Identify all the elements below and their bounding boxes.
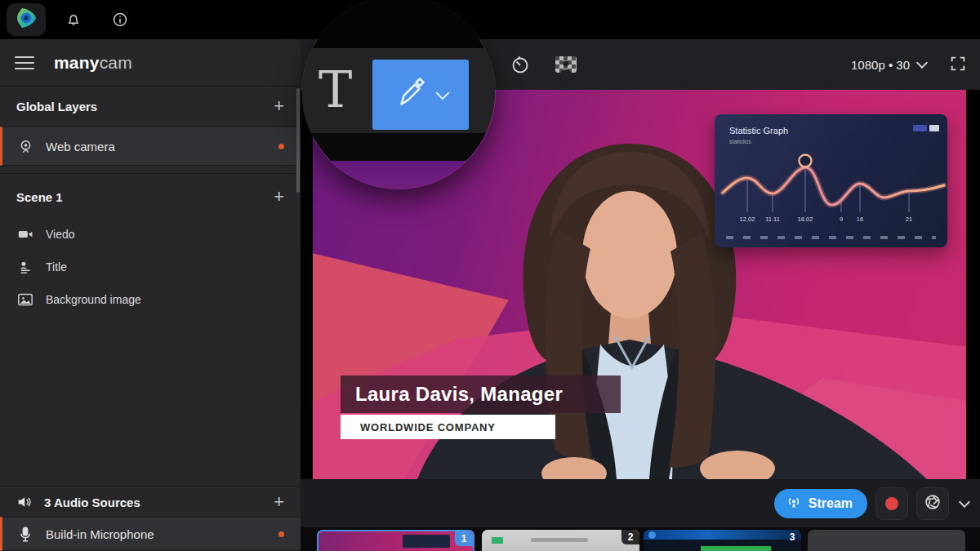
manycam-window: manycam Global Layers + Web camera Scene… [0,0,980,551]
stream-label: Stream [808,496,853,511]
scene-item-label: Viedo [46,228,75,241]
thumbnail-scene-3[interactable]: 3 [644,530,801,551]
record-dot-icon [885,497,898,510]
graph-axis-labels-blurred [726,236,936,239]
divider [0,486,301,487]
thumbnail-content [531,538,588,542]
control-bar: Stream [301,479,980,527]
active-status-dot [278,531,284,537]
thumbnail-content [492,537,503,544]
magnifier-bg [302,133,495,161]
record-button[interactable] [875,487,908,520]
microphone-icon [16,526,34,542]
brand-light: cam [100,53,132,72]
thumbnail-content [644,530,801,540]
scene-item-video[interactable]: Viedo [0,218,301,251]
svg-text:18.02: 18.02 [798,216,813,223]
thumbnail-badge: 2 [621,530,639,544]
thumbnail-badge: 1 [455,531,473,546]
thumbnail-graph-mini [403,535,450,548]
lower-third-name: Laura Davis, Manager [341,375,621,413]
divider [0,173,301,174]
scene-thumbnails-bar: 1 2 3 [301,527,980,551]
layer-row-web-camera[interactable]: Web camera [0,127,301,166]
global-layers-header: Global Layers + [0,86,301,127]
graph-line-chart: 12.02 11.11 18.02 9 16 21 [715,114,947,247]
scene-header: Scene 1 + [0,176,301,217]
scene-title: Scene 1 [16,190,63,204]
svg-text:11.11: 11.11 [765,216,780,223]
scene-item-label: Title [46,260,67,273]
svg-text:21: 21 [906,216,912,223]
svg-text:12.02: 12.02 [740,216,755,223]
expand-controls-chevron-icon[interactable] [959,495,970,507]
image-icon [16,291,34,308]
title-bar [0,0,980,39]
company-text: WORLDWIDE COMPANY [360,421,496,433]
svg-text:9: 9 [840,216,843,223]
thumbnail-scene-2[interactable]: 2 [482,530,639,551]
thumbnail-scene-4[interactable] [808,530,965,551]
chevron-down-icon [436,87,450,100]
audio-row-built-in-microphone[interactable]: Build-in Microphone [0,517,301,551]
audio-sources-title: 3 Audio Sources [44,495,140,509]
aperture-icon [924,493,942,514]
app-logo-button[interactable] [7,3,46,36]
sidebar: manycam Global Layers + Web camera Scene… [0,39,301,551]
pencil-icon [394,76,428,113]
fullscreen-icon[interactable] [949,55,967,75]
stream-button[interactable]: Stream [774,489,867,518]
add-global-layer-button[interactable]: + [274,97,284,115]
global-layers-title: Global Layers [16,100,97,113]
brand-logo: manycam [54,53,132,73]
notifications-bell-icon[interactable] [64,10,83,29]
manycam-logo-icon [14,6,38,33]
thumbnail-content [648,531,656,539]
title-icon [16,259,34,275]
brand-bold: many [54,53,100,72]
thumbnail-scene-1[interactable]: 1 [317,530,474,551]
chevron-down-icon [916,57,928,69]
sidebar-header: manycam [0,39,301,87]
draw-tool-button[interactable] [372,60,469,130]
active-status-dot [278,144,284,149]
chroma-key-icon[interactable] [552,51,580,78]
add-audio-source-button[interactable]: + [274,493,284,511]
scene-item-label: Background image [46,293,141,306]
layer-label: Web camera [46,140,115,153]
resolution-value: 1080p • 30 [851,58,910,72]
timer-icon[interactable] [506,51,534,78]
video-camera-icon [16,226,34,242]
audio-source-label: Build-in Microphone [46,527,154,541]
thumbnail-badge: 3 [783,530,801,544]
statistic-graph-card: Statistic Graph statistics [715,114,947,247]
thumbnail-content [701,546,771,551]
resolution-selector[interactable]: 1080p • 30 [851,55,980,75]
info-icon[interactable] [110,10,130,29]
sidebar-scrollbar[interactable] [296,88,300,193]
broadcast-icon [786,494,802,513]
menu-hamburger-icon[interactable] [15,56,34,69]
webcam-icon [16,138,34,154]
svg-text:16: 16 [857,216,863,223]
lower-third-company: WORLDWIDE COMPANY [341,415,555,439]
scene-item-background-image[interactable]: Background image [0,283,301,316]
speaker-icon [16,494,34,510]
magnifier-callout: T [301,0,496,189]
add-scene-source-button[interactable]: + [274,188,284,206]
text-tool-button[interactable]: T [318,64,352,115]
snapshot-button[interactable] [916,487,949,520]
scene-item-title[interactable]: Title [0,251,301,283]
presenter-name-text: Laura Davis, Manager [355,383,563,406]
audio-sources-header: 3 Audio Sources + [0,487,301,517]
